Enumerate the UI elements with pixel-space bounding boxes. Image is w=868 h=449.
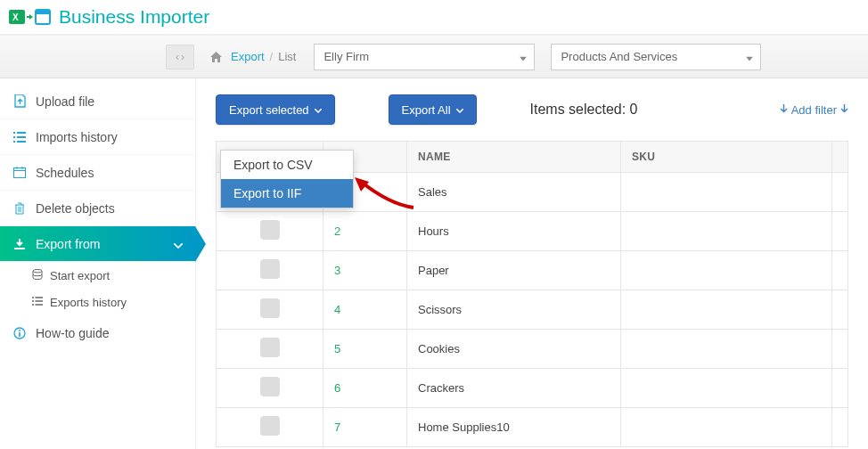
row-number: 7 [334, 420, 340, 434]
row-name-cell: Crackers [407, 369, 621, 408]
row-number-cell: 2 [323, 212, 407, 251]
table-row[interactable]: 2Hours [217, 212, 848, 251]
table-row[interactable]: 4Scissors [217, 290, 848, 330]
caret-down-icon [746, 50, 753, 63]
sidebar-item-label: Export from [36, 237, 100, 251]
sidebar-subitem-start-export[interactable]: Start export [0, 262, 195, 289]
row-sku-cell [621, 290, 832, 330]
sidebar: Upload file Imports history Schedules De… [0, 78, 196, 449]
sidebar-item-how-to-guide[interactable]: How-to guide [0, 315, 195, 351]
calendar-icon [12, 167, 27, 178]
items-selected-prefix: Items selected: [530, 102, 630, 117]
row-number: 2 [334, 224, 340, 238]
breadcrumb: Export / List [210, 50, 296, 63]
svg-rect-8 [19, 332, 20, 337]
chevron-left-icon: ‹ [176, 52, 179, 62]
export-all-button[interactable]: Export All [389, 94, 477, 125]
info-icon [12, 327, 27, 339]
entity-type-select[interactable]: Products And Services [551, 44, 761, 70]
action-row: Export selected Export All Items selecte… [216, 94, 848, 125]
database-icon [32, 269, 43, 282]
row-extra-cell [832, 251, 848, 290]
sidebar-subitem-label: Exports history [50, 296, 127, 309]
table-header-extra [832, 142, 848, 173]
breadcrumb-link-export[interactable]: Export [231, 50, 265, 63]
app-header: X Business Importer [0, 0, 868, 36]
row-number-cell: 3 [323, 251, 407, 290]
chevron-down-icon [174, 237, 183, 251]
row-number: 6 [334, 381, 340, 395]
row-name-cell: Home Supplies10 [407, 408, 621, 447]
row-sku-cell [621, 408, 832, 447]
sidebar-item-export-from[interactable]: Export from [0, 226, 195, 262]
row-sku-cell [621, 330, 832, 369]
chevron-down-icon [456, 105, 463, 115]
row-extra-cell [832, 290, 848, 330]
table-row[interactable]: 6Crackers [217, 369, 848, 408]
row-checkbox-cell [217, 330, 323, 369]
sidebar-item-label: How-to guide [36, 326, 110, 340]
row-number: 4 [334, 303, 340, 316]
table-header-sku[interactable]: SKU [621, 142, 832, 173]
row-extra-cell [832, 330, 848, 369]
row-sku-cell [621, 251, 832, 290]
dropdown-item-export-csv[interactable]: Export to CSV [221, 151, 353, 179]
sidebar-item-label: Delete objects [36, 201, 115, 216]
entity-type-select-value: Products And Services [561, 50, 677, 63]
row-extra-cell [832, 369, 848, 408]
row-number-cell: 6 [323, 369, 407, 408]
row-number-cell: 7 [323, 408, 407, 447]
row-checkbox[interactable] [260, 416, 280, 436]
row-name-cell: Sales [407, 173, 621, 212]
row-checkbox[interactable] [260, 259, 280, 279]
toolbar: ‹ › Export / List Elly Firm Products And… [0, 36, 868, 78]
company-select[interactable]: Elly Firm [314, 44, 535, 70]
row-sku-cell [621, 369, 832, 408]
download-arrow-icon [840, 103, 848, 117]
sidebar-item-upload-file[interactable]: Upload file [0, 84, 195, 119]
brand-title: Business Importer [59, 6, 209, 28]
breadcrumb-separator: / [270, 50, 274, 63]
row-extra-cell [832, 408, 848, 447]
table-row[interactable]: 7Home Supplies10 [217, 408, 848, 447]
table-row[interactable]: 5Cookies [217, 330, 848, 369]
items-selected-label: Items selected: 0 [530, 102, 638, 118]
row-checkbox[interactable] [260, 220, 280, 240]
svg-point-5 [33, 269, 42, 273]
row-name-cell: Paper [407, 251, 621, 290]
svg-text:X: X [12, 12, 19, 22]
sidebar-subitem-exports-history[interactable]: Exports history [0, 289, 195, 315]
list-icon [12, 132, 27, 143]
row-number: 5 [334, 342, 340, 355]
brand: X Business Importer [9, 6, 209, 28]
row-checkbox[interactable] [260, 338, 280, 357]
table-header-name[interactable]: NAME [407, 142, 621, 173]
sidebar-item-label: Schedules [36, 166, 94, 180]
annotation-arrow-icon [353, 177, 415, 212]
dropdown-item-export-iif[interactable]: Export to IIF [221, 179, 353, 208]
history-pager[interactable]: ‹ › [166, 45, 194, 69]
main-content: Export selected Export All Items selecte… [196, 78, 868, 449]
sidebar-item-schedules[interactable]: Schedules [0, 155, 195, 191]
row-checkbox[interactable] [260, 298, 280, 318]
row-checkbox[interactable] [260, 377, 280, 396]
svg-rect-4 [14, 168, 26, 178]
row-number-cell: 4 [323, 290, 407, 330]
caret-down-icon [520, 50, 527, 63]
row-number-cell: 5 [323, 330, 407, 369]
sidebar-item-delete-objects[interactable]: Delete objects [0, 191, 195, 226]
row-name-cell: Scissors [407, 290, 621, 330]
brand-logo-icon: X [9, 7, 52, 27]
row-name-cell: Cookies [407, 330, 621, 369]
download-icon [12, 238, 27, 250]
table-row[interactable]: 3Paper [217, 251, 848, 290]
export-selected-button[interactable]: Export selected [216, 94, 335, 125]
sidebar-item-label: Imports history [36, 130, 118, 144]
button-label: Export selected [229, 103, 309, 117]
add-filter-link[interactable]: Add filter [780, 103, 848, 117]
button-label: Export All [402, 103, 451, 117]
sidebar-item-imports-history[interactable]: Imports history [0, 119, 195, 155]
add-filter-label: Add filter [791, 103, 837, 117]
list-icon [32, 296, 43, 308]
row-checkbox-cell [217, 212, 323, 251]
